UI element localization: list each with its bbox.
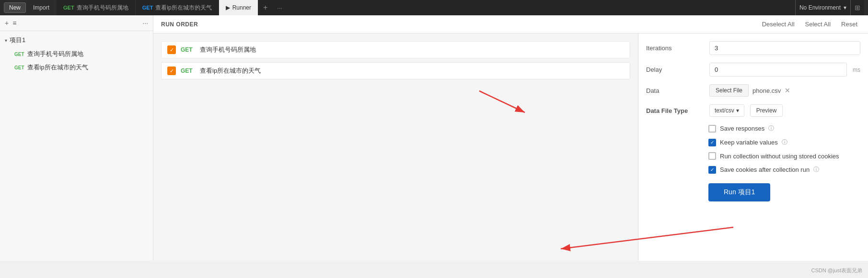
- save-responses-row: Save responses ⓘ: [646, 124, 860, 133]
- sidebar-item-get2[interactable]: GET 查看ip所在城市的天气: [0, 61, 153, 74]
- keep-variable-checkbox[interactable]: ✓: [708, 139, 716, 146]
- request-checkbox-1[interactable]: ✓: [167, 45, 176, 54]
- save-cookies-label: Save cookies after collection run: [720, 166, 810, 173]
- run-button[interactable]: Run 项目1: [708, 183, 770, 201]
- sidebar-item-get1[interactable]: GET 查询手机号码所属地: [0, 47, 153, 61]
- select-all-button[interactable]: Select All: [802, 19, 833, 29]
- file-type-value: text/csv: [715, 107, 734, 114]
- sidebar-add-button[interactable]: +: [5, 19, 9, 27]
- delay-input[interactable]: [709, 63, 847, 77]
- env-icon-button[interactable]: ⊞: [851, 0, 864, 16]
- content-area: RUN ORDER Deselect All Select All Reset …: [153, 15, 868, 261]
- runner-play-icon: ▶: [226, 4, 230, 11]
- run-without-cookies-checkbox[interactable]: [708, 152, 716, 160]
- run-without-cookies-label: Run collection without using stored cook…: [720, 153, 839, 160]
- delay-unit: ms: [853, 67, 860, 73]
- keep-variable-row: ✓ Keep variable values ⓘ: [646, 138, 860, 146]
- tab-runner[interactable]: ▶ Runner: [219, 0, 258, 16]
- sidebar-item-get2-name: 查看ip所在城市的天气: [27, 63, 88, 72]
- table-row: ✓ GET 查看ip所在城市的天气: [161, 62, 630, 79]
- tab-bar: GET 查询手机号码所属地 GET 查看ip所在城市的天气 ▶ Runner +…: [57, 0, 864, 16]
- iterations-label: Iterations: [646, 44, 704, 52]
- tab-get2-method: GET: [142, 5, 153, 11]
- keep-variable-label: Keep variable values: [720, 139, 778, 146]
- sidebar-toolbar: + ≡ ···: [0, 15, 153, 31]
- data-file-type-row: Data File Type text/csv ▾ Preview: [646, 104, 860, 117]
- tab-runner-name: Runner: [232, 4, 251, 11]
- sidebar-more-button[interactable]: ···: [142, 19, 148, 27]
- tab-get2-name: 查看ip所在城市的天气: [155, 4, 211, 12]
- sidebar-filter-button[interactable]: ≡: [12, 19, 16, 27]
- file-select-row: Select File phone.csv ✕: [709, 84, 790, 97]
- save-responses-label: Save responses: [720, 125, 764, 132]
- req2-method: GET: [181, 67, 195, 74]
- select-file-button[interactable]: Select File: [709, 84, 749, 97]
- request-checkbox-2[interactable]: ✓: [167, 67, 176, 75]
- config-panel: Iterations Delay ms Data Select File pho…: [638, 33, 868, 261]
- sidebar-item-get1-name: 查询手机号码所属地: [27, 50, 83, 58]
- save-cookies-info-icon[interactable]: ⓘ: [813, 166, 819, 174]
- tab-get1[interactable]: GET 查询手机号码所属地: [57, 0, 136, 16]
- top-bar: New Import GET 查询手机号码所属地 GET 查看ip所在城市的天气…: [0, 0, 868, 15]
- add-tab-button[interactable]: +: [258, 0, 272, 16]
- save-cookies-row: ✓ Save cookies after collection run ⓘ: [646, 166, 860, 174]
- chevron-down-icon: ▾: [5, 38, 7, 43]
- preview-button[interactable]: Preview: [750, 104, 783, 117]
- save-cookies-checkbox[interactable]: ✓: [708, 166, 716, 174]
- project-name: 项目1: [10, 36, 25, 44]
- sidebar: + ≡ ··· ▾ 项目1 GET 查询手机号码所属地 GET 查看ip所在城市…: [0, 15, 153, 261]
- save-responses-checkbox[interactable]: [708, 125, 716, 133]
- runner-body: ✓ GET 查询手机号码所属地 ✓ GET 查看ip所在城市的天气 Iterat…: [153, 33, 868, 261]
- reset-button[interactable]: Reset: [838, 19, 860, 29]
- tab-get2[interactable]: GET 查看ip所在城市的天气: [136, 0, 219, 16]
- runner-header: RUN ORDER Deselect All Select All Reset: [153, 15, 868, 33]
- runner-actions: Deselect All Select All Reset: [759, 19, 860, 29]
- sidebar-item-get1-method: GET: [14, 52, 24, 57]
- clear-file-button[interactable]: ✕: [785, 87, 790, 94]
- save-responses-info-icon[interactable]: ⓘ: [768, 124, 774, 133]
- new-button[interactable]: New: [4, 2, 26, 13]
- file-type-select[interactable]: text/csv ▾: [709, 104, 744, 117]
- main-layout: + ≡ ··· ▾ 项目1 GET 查询手机号码所属地 GET 查看ip所在城市…: [0, 15, 868, 261]
- data-row: Data Select File phone.csv ✕: [646, 84, 860, 97]
- project-header[interactable]: ▾ 项目1: [0, 33, 153, 47]
- keep-variable-info-icon[interactable]: ⓘ: [782, 138, 787, 146]
- file-name-display: phone.csv: [752, 87, 781, 94]
- iterations-row: Iterations: [646, 41, 860, 55]
- table-row: ✓ GET 查询手机号码所属地: [161, 41, 630, 58]
- chevron-down-icon: ▾: [844, 4, 846, 11]
- tab-more-button[interactable]: ···: [272, 0, 287, 16]
- sidebar-item-get2-method: GET: [14, 65, 24, 70]
- deselect-all-button[interactable]: Deselect All: [759, 19, 798, 29]
- chevron-down-icon: ▾: [736, 107, 739, 114]
- import-button[interactable]: Import: [28, 2, 55, 13]
- iterations-input[interactable]: [709, 41, 860, 55]
- env-label: No Environment: [799, 4, 841, 11]
- tab-get1-method: GET: [63, 5, 74, 11]
- data-label: Data: [646, 87, 704, 94]
- data-file-type-label: Data File Type: [646, 107, 704, 114]
- run-without-cookies-row: Run collection without using stored cook…: [646, 152, 860, 160]
- req1-method: GET: [181, 46, 195, 53]
- delay-row: Delay ms: [646, 63, 860, 77]
- request-list: ✓ GET 查询手机号码所属地 ✓ GET 查看ip所在城市的天气: [153, 33, 638, 261]
- run-order-title: RUN ORDER: [161, 21, 198, 28]
- env-selector[interactable]: No Environment ▾: [795, 0, 851, 16]
- sidebar-content: ▾ 项目1 GET 查询手机号码所属地 GET 查看ip所在城市的天气: [0, 31, 153, 261]
- delay-label: Delay: [646, 66, 704, 73]
- req1-name: 查询手机号码所属地: [200, 45, 256, 54]
- req2-name: 查看ip所在城市的天气: [200, 67, 261, 75]
- tab-get1-name: 查询手机号码所属地: [77, 4, 128, 12]
